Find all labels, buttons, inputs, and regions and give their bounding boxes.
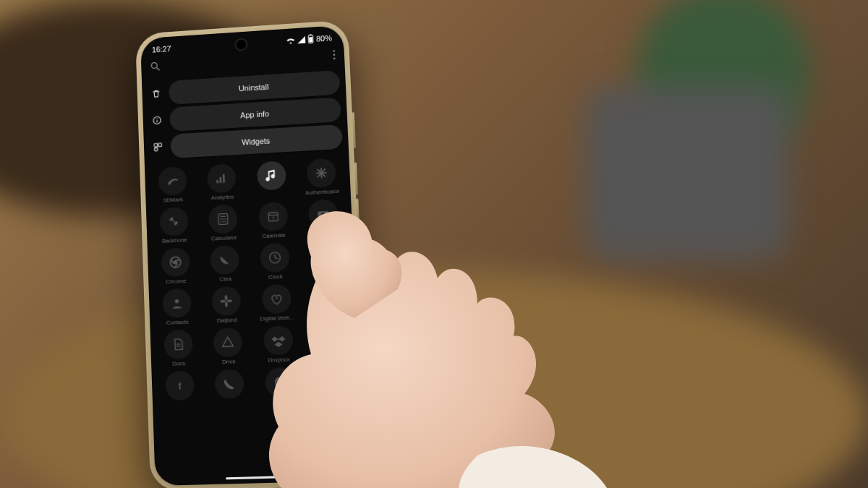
app-label: Camera (314, 229, 335, 236)
svg-point-51 (276, 297, 277, 299)
app-label: Daijishō (217, 317, 238, 324)
app-edge[interactable]: Edge (305, 323, 352, 362)
context-uninstall-label: Uninstall (239, 82, 269, 93)
app-label: Contacts (166, 319, 189, 326)
app-label: Analytics (211, 194, 234, 202)
svg-point-50 (227, 299, 232, 302)
bone-icon (159, 207, 189, 236)
discord-icon (312, 281, 342, 312)
svg-point-5 (333, 50, 335, 52)
phone: 16:27 80% Uninstall Ap (135, 20, 370, 488)
svg-point-27 (223, 221, 224, 223)
firefox-icon (265, 367, 295, 398)
svg-rect-16 (223, 174, 225, 183)
app-music[interactable] (249, 160, 295, 199)
app-composer[interactable]: Composer (302, 240, 349, 279)
search-icon[interactable] (150, 61, 161, 75)
app-daijish-[interactable]: Daijishō (204, 286, 250, 325)
svg-line-37 (171, 258, 174, 263)
svg-point-44 (321, 257, 325, 260)
kebab-menu-icon[interactable] (333, 50, 336, 63)
swoosh-icon (158, 166, 187, 196)
app-facebook[interactable]: f (157, 370, 203, 402)
asterisk-icon (307, 158, 337, 188)
drive-icon (213, 328, 243, 358)
svg-point-7 (333, 58, 336, 60)
app-phone[interactable] (207, 369, 252, 401)
calendar-icon: 5 (258, 202, 288, 232)
app-label: Dropbox (268, 356, 290, 364)
app-chrome[interactable]: Chrome (153, 247, 198, 286)
dropbox-icon (263, 325, 294, 356)
app-camera[interactable]: Camera (300, 198, 347, 237)
edge-icon (314, 323, 344, 354)
svg-point-28 (225, 221, 226, 223)
app-drive[interactable]: Drive (205, 327, 252, 366)
app-clock[interactable]: Clock (252, 242, 298, 281)
photo-scene: 16:27 80% Uninstall Ap (0, 0, 868, 488)
app-row: DocsDriveDropboxEdge (153, 322, 356, 367)
clock: 16:27 (152, 44, 171, 53)
app-3dmark[interactable]: 3DMark (150, 166, 195, 204)
context-appinfo-label: App info (240, 109, 269, 119)
svg-point-3 (151, 62, 157, 68)
app-analytics[interactable]: Analytics (199, 163, 244, 202)
app-digital-well-[interactable]: Digital Well… (253, 283, 299, 322)
app-docs[interactable]: Docs (156, 329, 201, 367)
wifi-icon (286, 36, 295, 44)
svg-point-43 (326, 251, 330, 254)
camera-icon (308, 199, 339, 229)
doc-icon (163, 330, 193, 360)
svg-point-49 (221, 300, 226, 303)
trash-icon (148, 88, 165, 99)
app-label: Discord (318, 312, 338, 320)
svg-rect-13 (154, 147, 158, 151)
calc-icon (208, 204, 238, 234)
app-label: Clock (268, 273, 283, 281)
svg-point-25 (224, 218, 226, 220)
context-widgets-label: Widgets (242, 137, 271, 147)
app-row: ChromeCitraClockComposer (150, 239, 352, 286)
app-label: Citra (219, 275, 231, 283)
phone-icon (215, 369, 244, 399)
app-citra[interactable]: Citra (202, 244, 247, 283)
app-blank[interactable] (307, 365, 354, 398)
app-authenticator[interactable]: Authenticator (299, 158, 345, 197)
svg-line-4 (157, 67, 160, 70)
svg-rect-11 (154, 143, 158, 147)
svg-rect-2 (309, 37, 312, 43)
blank-icon (315, 365, 346, 395)
app-label: Calendar (262, 232, 286, 240)
music-icon (257, 160, 286, 191)
app-label: Digital Well… (260, 314, 294, 322)
citrus-icon (210, 245, 239, 275)
app-backbone[interactable]: Backbone (151, 206, 196, 244)
svg-point-23 (221, 218, 222, 220)
app-row: BackboneCalculator5CalendarCamera (149, 198, 350, 244)
screen: 16:27 80% Uninstall Ap (140, 25, 364, 486)
app-discord[interactable]: Discord (304, 281, 351, 320)
bg-pot (586, 87, 788, 260)
grid4-icon (310, 240, 341, 270)
chrome-icon (161, 247, 190, 277)
app-label: Authenticator (305, 188, 340, 196)
app-dropbox[interactable]: Dropbox (255, 325, 302, 364)
app-calendar[interactable]: 5Calendar (250, 201, 297, 240)
svg-point-48 (225, 301, 228, 307)
app-calculator[interactable]: Calculator (200, 204, 246, 243)
app-grid[interactable]: 3DMarkAnalyticsAuthenticatorBackboneCalc… (145, 157, 360, 403)
svg-text:f: f (178, 381, 182, 391)
home-indicator[interactable] (226, 476, 292, 480)
fan-icon (211, 286, 241, 317)
app-label: Chrome (166, 278, 186, 285)
svg-point-24 (223, 218, 224, 220)
svg-rect-12 (158, 143, 162, 147)
app-label: 3DMark (163, 196, 183, 203)
svg-point-42 (320, 251, 324, 254)
bars-asc-icon (207, 163, 237, 194)
app-contacts[interactable]: Contacts (154, 288, 200, 326)
app-firefox[interactable] (257, 367, 303, 399)
facebook-icon: f (165, 371, 195, 401)
app-context-menu: Uninstall App info Widgets (142, 64, 349, 168)
info-icon (148, 115, 166, 126)
